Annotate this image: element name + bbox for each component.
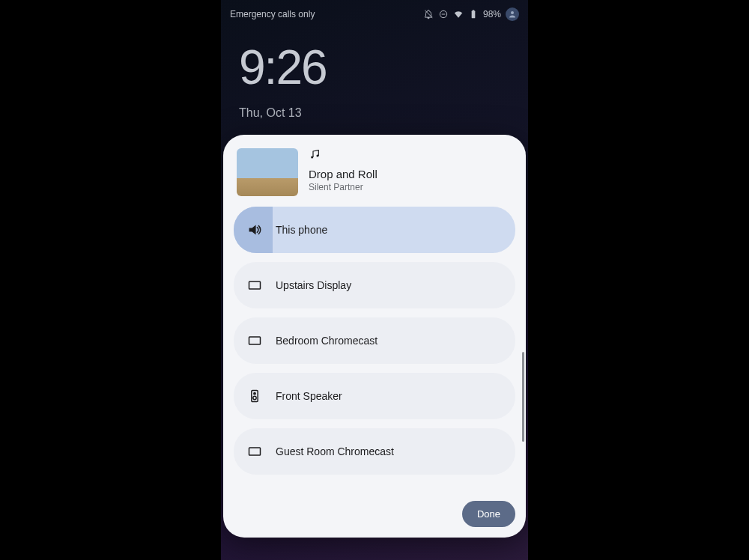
wifi-icon [453,9,464,19]
phone-viewport: Emergency calls only 98% 9:26 Thu, Oct 1… [221,0,528,560]
dnd-off-icon [423,9,434,19]
battery-icon [468,9,479,19]
profile-avatar-icon[interactable] [506,7,519,21]
lockscreen-clock: 9:26 [221,22,528,91]
done-button[interactable]: Done [462,501,515,527]
status-right: 98% [423,7,519,21]
device-label: This phone [276,224,327,236]
album-art [237,148,298,196]
volume-icon [247,222,262,237]
display-icon [247,444,262,459]
device-item[interactable]: Front Speaker [234,373,515,419]
svg-rect-2 [472,10,476,18]
device-label: Front Speaker [276,390,342,402]
status-bar: Emergency calls only 98% [221,0,528,22]
svg-point-6 [316,154,318,156]
svg-point-10 [254,393,255,395]
lockscreen-date: Thu, Oct 13 [221,91,528,120]
device-item[interactable]: This phone [234,207,515,253]
display-icon [247,333,262,348]
device-item[interactable]: Upstairs Display [234,262,515,308]
svg-rect-8 [249,337,261,344]
media-output-sheet: Drop and Roll Silent Partner This phoneU… [223,135,526,538]
svg-rect-7 [249,281,261,289]
svg-point-4 [511,11,514,14]
device-label: Guest Room Chromecast [276,445,394,457]
svg-rect-12 [249,448,261,455]
dnd-circle-icon [438,9,449,19]
track-artist: Silent Partner [309,182,377,192]
speaker-icon [247,389,262,404]
svg-point-11 [253,396,256,399]
svg-rect-3 [473,10,474,10]
track-title: Drop and Roll [309,168,377,180]
now-playing-block: Drop and Roll Silent Partner [234,147,515,207]
music-note-icon [309,148,377,163]
display-icon [247,278,262,293]
device-label: Bedroom Chromecast [276,335,377,347]
device-item[interactable]: Bedroom Chromecast [234,317,515,364]
network-status-text: Emergency calls only [230,9,315,19]
svg-point-5 [311,156,313,158]
device-item[interactable]: Guest Room Chromecast [234,428,515,475]
device-list[interactable]: This phoneUpstairs DisplayBedroom Chrome… [234,207,515,493]
device-label: Upstairs Display [276,279,351,291]
battery-percent-text: 98% [483,9,501,19]
scrollbar[interactable] [522,352,525,442]
